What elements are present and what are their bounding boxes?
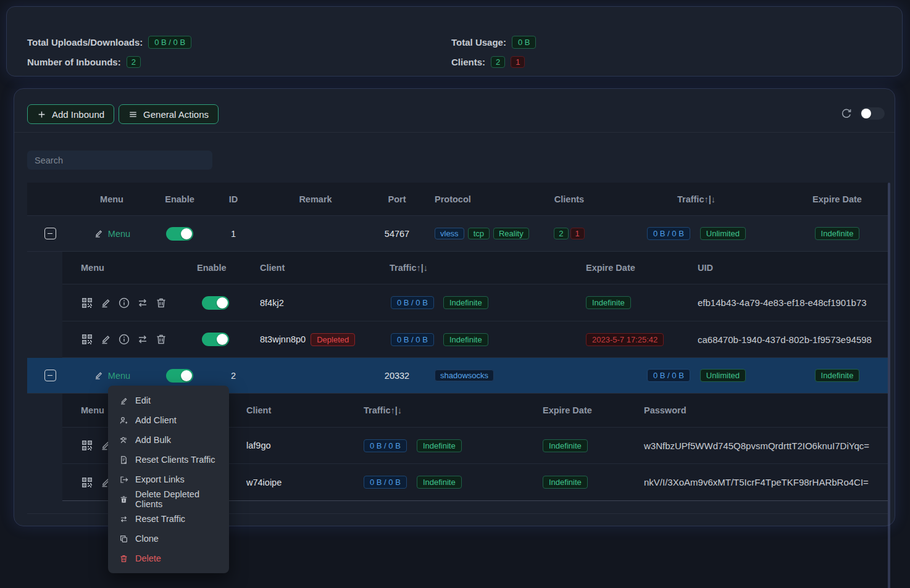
edit-icon[interactable] xyxy=(99,297,112,309)
swap-icon xyxy=(119,515,128,524)
protocol-tag: vless xyxy=(435,228,464,239)
header-client: Client xyxy=(244,263,359,273)
client-name: laf9go xyxy=(229,441,346,450)
stat-total-usage: Total Usage: 0 B xyxy=(451,34,536,50)
user-add-icon xyxy=(119,416,128,425)
client-traffic: 0 B / 0 B Indefinite xyxy=(359,296,538,309)
inbound-menu-button[interactable]: Menu xyxy=(93,370,130,381)
inbound-clients-badges: 2 1 xyxy=(532,228,606,239)
inbound-expire: Indefinite xyxy=(787,369,888,382)
qr-code-icon[interactable] xyxy=(81,476,93,489)
toolbar-divider xyxy=(14,132,895,133)
context-menu-item-export-links[interactable]: Export Links xyxy=(108,470,229,489)
traffic-badge: 0 B / 0 B xyxy=(391,333,434,346)
dark-mode-toggle[interactable] xyxy=(860,107,885,120)
delete-icon[interactable] xyxy=(155,333,167,346)
collapse-row-button[interactable] xyxy=(44,228,56,239)
header-menu: Menu xyxy=(62,263,186,273)
edit-icon[interactable] xyxy=(99,333,112,346)
header-expire-date: Expire Date xyxy=(538,263,677,273)
inbound-traffic: 0 B / 0 B Unlimited xyxy=(606,227,787,240)
header-enable: Enable xyxy=(186,263,244,273)
delete-icon[interactable] xyxy=(155,297,167,309)
clients-depleted-badge: 1 xyxy=(570,228,585,239)
traffic-badge: 0 B / 0 B xyxy=(647,369,690,382)
header-password: Password xyxy=(630,405,888,415)
client-traffic: 0 B / 0 B Indefinite xyxy=(346,439,525,452)
search-input[interactable] xyxy=(27,151,212,170)
total-uploads-downloads-value: 0 B / 0 B xyxy=(148,36,191,49)
client-expire: Indefinite xyxy=(525,439,630,452)
inbound-enable-toggle[interactable] xyxy=(166,227,193,241)
traffic-badge: 0 B / 0 B xyxy=(647,227,690,240)
header-port: Port xyxy=(373,194,421,204)
client-expire: Indefinite xyxy=(525,476,630,489)
inbound-enable-toggle[interactable] xyxy=(166,369,193,383)
header-traffic-sorter[interactable]: Traffic↑|↓ xyxy=(359,263,538,273)
context-menu-item-reset-clients-traffic[interactable]: Reset Clients Traffic xyxy=(108,450,229,470)
traffic-badge: 0 B / 0 B xyxy=(364,439,407,452)
header-traffic-sorter[interactable]: Traffic↑|↓ xyxy=(606,194,787,204)
client-name-cell: 8t3wjnn8p0 Depleted xyxy=(244,333,359,346)
file-reset-icon xyxy=(119,455,128,465)
security-tag: Reality xyxy=(493,228,529,239)
header-remark: Remark xyxy=(258,194,373,204)
qr-code-icon[interactable] xyxy=(81,297,93,309)
context-menu-item-clone[interactable]: Clone xyxy=(108,529,229,549)
inbound-menu-button[interactable]: Menu xyxy=(93,228,130,239)
header-uid: UID xyxy=(677,263,888,273)
context-menu-item-delete[interactable]: Delete xyxy=(108,549,229,568)
stat-clients: Clients: 2 1 xyxy=(451,54,525,70)
reset-traffic-icon[interactable] xyxy=(136,297,149,309)
header-id: ID xyxy=(209,194,258,204)
client-enable-toggle[interactable] xyxy=(202,333,229,346)
info-icon[interactable] xyxy=(118,297,130,309)
header-traffic-sorter[interactable]: Traffic↑|↓ xyxy=(346,405,525,415)
inbound-protocol-tags: shadowsocks xyxy=(421,370,532,381)
clients-depleted-count: 1 xyxy=(511,56,525,68)
inbound-protocol-tags: vless tcp Reality xyxy=(421,228,532,239)
traffic-limit-badge: Unlimited xyxy=(700,369,746,382)
expire-badge: Indefinite xyxy=(586,296,631,309)
qr-code-icon[interactable] xyxy=(81,439,93,452)
context-menu-item-edit[interactable]: Edit xyxy=(108,391,229,410)
add-inbound-button[interactable]: Add Inbound xyxy=(27,104,114,124)
client-name: 8f4kj2 xyxy=(244,298,359,308)
protocol-tag: shadowsocks xyxy=(435,370,494,381)
reset-traffic-icon[interactable] xyxy=(136,333,149,346)
stat-total-uploads-downloads: Total Uploads/Downloads: 0 B / 0 B xyxy=(27,34,191,50)
context-menu-item-add-bulk[interactable]: Add Bulk xyxy=(108,430,229,450)
copy-icon xyxy=(119,534,128,544)
info-icon[interactable] xyxy=(118,333,130,346)
scrollbar[interactable] xyxy=(888,183,890,588)
header-protocol: Protocol xyxy=(421,194,532,204)
inbounds-table-header: Menu Enable ID Remark Port Protocol Clie… xyxy=(27,183,888,216)
delete-icon xyxy=(119,554,128,563)
expire-badge: Indefinite xyxy=(543,476,588,489)
inbound-port: 54767 xyxy=(373,229,421,239)
general-actions-button[interactable]: General Actions xyxy=(119,104,219,124)
client-actions xyxy=(62,333,186,346)
client-row: 8f4kj2 0 B / 0 B Indefinite Indefinite e… xyxy=(62,284,888,321)
depleted-badge: Depleted xyxy=(311,333,355,346)
clients-active-badge: 2 xyxy=(554,228,568,239)
number-of-inbounds-value: 2 xyxy=(127,56,141,68)
stat-label: Number of Inbounds: xyxy=(27,57,121,67)
reload-icon[interactable] xyxy=(840,107,853,120)
client-traffic: 0 B / 0 B Indefinite xyxy=(346,476,525,489)
context-menu-item-add-client[interactable]: Add Client xyxy=(108,410,229,430)
client-enable-toggle[interactable] xyxy=(202,296,229,310)
client-password: w3NfbzUPf5WWd745Q8pvsmQrdrttT2IO6knuI7Di… xyxy=(630,441,888,451)
menu-lines-icon xyxy=(128,110,138,119)
traffic-limit-badge: Indefinite xyxy=(443,296,488,309)
collapse-row-button[interactable] xyxy=(44,370,56,381)
export-icon xyxy=(119,475,128,484)
expire-badge: Indefinite xyxy=(815,227,860,240)
plus-icon xyxy=(37,110,46,119)
usergroup-add-icon xyxy=(119,436,128,445)
qr-code-icon[interactable] xyxy=(81,333,93,346)
top-controls xyxy=(840,107,885,120)
context-menu-item-delete-depleted-clients[interactable]: Delete Depleted Clients xyxy=(108,489,229,509)
transport-tag: tcp xyxy=(468,228,490,239)
context-menu-item-reset-traffic[interactable]: Reset Traffic xyxy=(108,509,229,529)
